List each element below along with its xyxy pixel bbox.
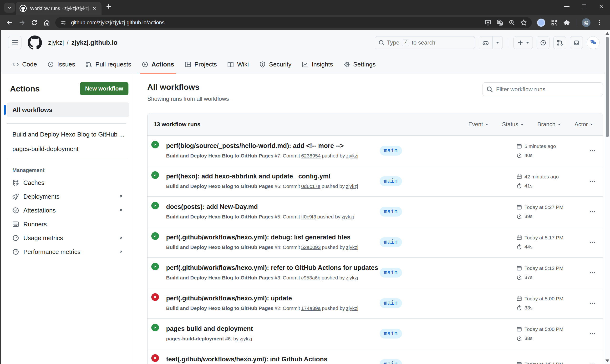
tab-close-icon[interactable] (91, 5, 98, 12)
sidebar-item-attestations[interactable]: Attestations (13, 203, 127, 217)
sidebar-workflow-pages[interactable]: pages-build-deployment (13, 145, 130, 153)
translate-icon[interactable] (497, 19, 503, 26)
kebab-menu-button[interactable] (586, 329, 599, 338)
run-title-link[interactable]: perf(.github/workflows/hexo.yml): debug:… (166, 234, 375, 241)
tab-wiki[interactable]: Wiki (223, 55, 253, 74)
qr-extension-icon[interactable] (551, 19, 558, 26)
tab-insights[interactable]: Insights (298, 55, 337, 74)
scroll-down-arrow-icon[interactable] (606, 360, 609, 362)
branch-chip[interactable]: main (380, 237, 402, 247)
issues-header-button[interactable] (537, 36, 549, 49)
actor-link[interactable]: zjykzj (346, 244, 358, 250)
branch-chip[interactable]: main (380, 359, 402, 364)
sidebar-item-caches[interactable]: Caches (13, 176, 127, 190)
actor-filter-dropdown[interactable]: Actor (574, 121, 593, 128)
filter-workflow-runs-input[interactable] (482, 82, 603, 96)
branch-chip[interactable]: main (380, 176, 402, 186)
active-browser-tab[interactable]: Workflow runs · zjykzj/zjykzj.g (16, 2, 102, 15)
sidebar-item-runners[interactable]: Runners (13, 217, 127, 231)
commit-link[interactable]: 0d6c17e (301, 183, 321, 189)
event-filter-dropdown[interactable]: Event (468, 121, 488, 128)
kebab-menu-button[interactable] (586, 268, 599, 277)
breadcrumb-repo-link[interactable]: zjykzj.github.io (71, 39, 118, 46)
sidebar-workflow-hexo[interactable]: Build and Deploy Hexo Blog to GitHub ... (13, 131, 130, 138)
kebab-menu-button[interactable] (586, 177, 599, 186)
kebab-menu-button[interactable] (586, 237, 599, 247)
new-tab-button[interactable] (104, 2, 113, 11)
kebab-menu-button[interactable] (586, 146, 599, 156)
tab-projects[interactable]: Projects (180, 55, 221, 74)
actor-link[interactable]: zjykzj (342, 214, 354, 219)
tab-security[interactable]: Security (255, 55, 296, 74)
run-title-link[interactable]: perf(hexo): add hexo-abbrlink and update… (166, 173, 375, 180)
actor-link[interactable]: zjykzj (346, 183, 358, 189)
chrome-menu-icon[interactable] (596, 20, 602, 26)
window-close-button[interactable] (598, 3, 604, 10)
repo-nav: Code Issues Pull requests Actions Projec… (1, 55, 610, 74)
run-title-link[interactable]: pages build and deployment (166, 325, 375, 333)
tab-pull-requests[interactable]: Pull requests (81, 55, 135, 74)
window-minimize-button[interactable] (564, 3, 570, 10)
inbox-button[interactable] (570, 36, 583, 49)
commit-link[interactable]: ff0c9f3 (301, 214, 316, 219)
user-avatar[interactable] (587, 36, 599, 49)
branch-chip[interactable]: main (380, 146, 402, 156)
commit-link[interactable]: 52a0093 (301, 244, 321, 250)
page-scrollbar[interactable] (605, 30, 610, 364)
sidebar-item-performance-metrics[interactable]: Performance metrics (13, 245, 127, 259)
window-maximize-button[interactable] (581, 3, 587, 10)
forward-button[interactable] (16, 16, 28, 29)
copilot-button[interactable] (479, 36, 503, 49)
kebab-menu-button[interactable] (586, 299, 599, 308)
tab-settings[interactable]: Settings (339, 55, 380, 74)
extension-blue-circle-icon[interactable] (537, 19, 545, 27)
install-app-icon[interactable] (485, 19, 491, 26)
actor-link[interactable]: zjykzj (240, 336, 252, 341)
home-button[interactable] (40, 16, 53, 29)
run-title-link[interactable]: perf(.github/workflows/hexo.yml): refer … (166, 264, 375, 272)
site-info-icon[interactable] (59, 19, 68, 27)
tab-search-button[interactable] (4, 3, 15, 13)
zoom-icon[interactable] (508, 19, 515, 26)
tab-issues[interactable]: Issues (43, 55, 79, 74)
reload-button[interactable] (28, 16, 40, 29)
create-new-button[interactable] (514, 36, 533, 49)
run-title-link[interactable]: docs(posts): add New-Day.md (166, 203, 375, 211)
actor-link[interactable]: zjykzj (346, 275, 358, 280)
status-filter-dropdown[interactable]: Status (502, 121, 523, 128)
scrollbar-thumb[interactable] (606, 37, 609, 137)
tab-code[interactable]: Code (8, 55, 41, 74)
breadcrumb-owner-link[interactable]: zjykzj (48, 39, 64, 46)
hamburger-menu-button[interactable] (8, 36, 21, 49)
sidebar-item-usage-metrics[interactable]: Usage metrics (13, 231, 127, 245)
run-title-link[interactable]: feat(.github/workflows/hexo.yml): init G… (166, 356, 375, 363)
bookmark-star-icon[interactable] (520, 19, 527, 26)
new-workflow-button[interactable]: New workflow (80, 82, 129, 95)
commit-link[interactable]: 174a39a (301, 305, 321, 311)
sidebar-item-deployments[interactable]: Deployments (13, 190, 127, 203)
branch-chip[interactable]: main (380, 207, 402, 217)
sidebar-item-all-workflows[interactable]: All workflows (7, 103, 130, 117)
commit-link[interactable]: 6238954 (301, 153, 321, 158)
browser-profile-avatar[interactable]: 健 (582, 18, 590, 27)
commit-link[interactable]: c953a6b (301, 275, 321, 280)
branch-chip[interactable]: main (380, 298, 402, 308)
github-logo-icon[interactable] (28, 36, 42, 50)
branch-chip[interactable]: main (380, 268, 402, 277)
scroll-up-arrow-icon[interactable] (606, 32, 609, 35)
actor-link[interactable]: zjykzj (346, 305, 358, 311)
run-title-link[interactable]: perf(.github/workflows/hexo.yml): update (166, 295, 375, 302)
copilot-dropdown[interactable] (492, 37, 503, 49)
actor-link[interactable]: zjykzj (346, 153, 358, 158)
pull-requests-header-button[interactable] (553, 36, 566, 49)
global-search-button[interactable]: Type / to search (375, 36, 475, 49)
tab-actions[interactable]: Actions (138, 55, 179, 74)
branch-chip[interactable]: main (380, 329, 402, 338)
address-bar[interactable]: github.com/zjykzj/zjykzj.github.io/actio… (55, 17, 532, 28)
extensions-puzzle-icon[interactable] (563, 19, 570, 26)
back-button[interactable] (3, 16, 16, 29)
run-title-link[interactable]: perf(blog/source/_posts/hello-world.md):… (166, 142, 375, 150)
kebab-menu-button[interactable] (586, 360, 599, 364)
branch-filter-dropdown[interactable]: Branch (537, 121, 561, 128)
kebab-menu-button[interactable] (586, 207, 599, 217)
